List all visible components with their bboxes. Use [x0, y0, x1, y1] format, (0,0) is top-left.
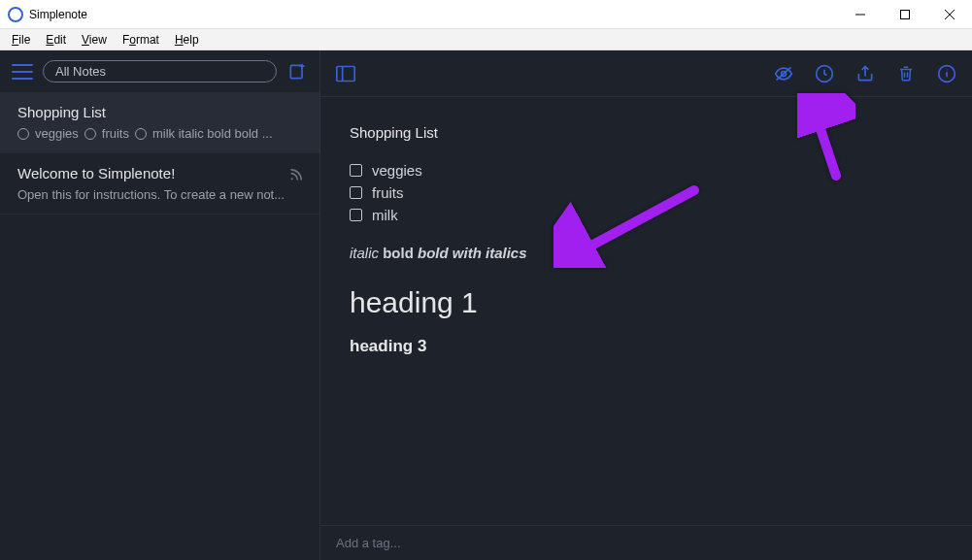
sidebar-header: All Notes [0, 50, 319, 92]
maximize-button[interactable] [883, 0, 927, 29]
app-icon [8, 7, 23, 22]
preview-checkbox-icon [84, 128, 96, 140]
checklist: veggies fruits milk [350, 162, 943, 223]
menu-help[interactable]: Help [167, 31, 207, 49]
info-icon[interactable] [937, 64, 956, 83]
checkbox-icon[interactable] [350, 209, 362, 221]
menu-format[interactable]: Format [115, 31, 167, 49]
rss-icon [289, 169, 302, 184]
menu-icon[interactable] [12, 64, 33, 80]
tag-input[interactable]: Add a tag... [320, 525, 972, 560]
menu-view[interactable]: View [74, 31, 115, 49]
note-preview: Open this for instructions. To create a … [17, 187, 302, 202]
app-content: All Notes Shopping List veggies fruits m… [0, 50, 972, 560]
note-preview: veggies fruits milk italic bold bold ... [17, 126, 302, 141]
search-input[interactable]: All Notes [43, 60, 277, 82]
new-note-button[interactable] [286, 61, 308, 82]
editor-toolbar [320, 50, 972, 97]
checklist-item[interactable]: milk [350, 207, 943, 223]
svg-point-2 [291, 178, 293, 180]
toggle-sidebar-icon[interactable] [336, 64, 355, 83]
trash-icon[interactable] [896, 64, 916, 83]
note-list: Shopping List veggies fruits milk italic… [0, 92, 319, 560]
checklist-item[interactable]: fruits [350, 184, 943, 201]
menu-file[interactable]: File [4, 31, 38, 49]
checkbox-icon[interactable] [350, 164, 362, 177]
window-titlebar: Simplenote [0, 0, 972, 29]
menu-bar: File Edit View Format Help [0, 29, 972, 50]
preview-checkbox-icon [135, 128, 147, 140]
svg-rect-0 [901, 10, 910, 18]
preview-icon[interactable] [774, 64, 793, 83]
rich-text-line: italic bold bold with italics [350, 245, 943, 261]
preview-checkbox-icon [17, 128, 29, 140]
note-heading: Shopping List [350, 124, 943, 141]
note-item-welcome[interactable]: Welcome to Simplenote! Open this for ins… [0, 153, 319, 214]
svg-rect-3 [337, 66, 354, 81]
menu-edit[interactable]: Edit [38, 31, 74, 49]
checklist-item[interactable]: veggies [350, 162, 943, 179]
svg-rect-1 [290, 65, 302, 78]
note-title: Shopping List [17, 104, 302, 120]
editor-content[interactable]: Shopping List veggies fruits milk italic… [320, 97, 972, 525]
minimize-button[interactable] [838, 0, 883, 29]
window-controls [838, 0, 972, 29]
app-title: Simplenote [29, 8, 87, 21]
note-item-shopping-list[interactable]: Shopping List veggies fruits milk italic… [0, 92, 319, 153]
checkbox-icon[interactable] [350, 186, 362, 199]
note-title: Welcome to Simplenote! [17, 165, 175, 181]
close-button[interactable] [927, 0, 972, 29]
share-icon[interactable] [855, 64, 875, 83]
heading-1: heading 1 [350, 286, 943, 319]
heading-3: heading 3 [350, 337, 943, 356]
history-icon[interactable] [815, 64, 834, 83]
sidebar: All Notes Shopping List veggies fruits m… [0, 50, 320, 560]
editor-pane: Shopping List veggies fruits milk italic… [320, 50, 972, 560]
